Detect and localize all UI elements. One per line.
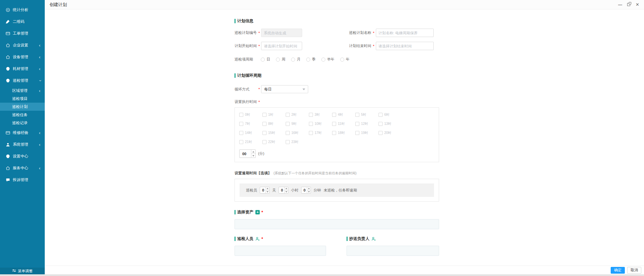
section-loop-cycle: 计划循环周期 <box>235 73 439 78</box>
menu-adjust-button[interactable]: 菜单调整 <box>0 268 45 274</box>
hour-checkbox-22[interactable]: 22时 <box>262 140 286 144</box>
cycle-radio-week[interactable]: 周 <box>276 57 285 62</box>
person-add-icon[interactable] <box>371 237 376 241</box>
sidebar-item-area-mgmt[interactable]: 区域管理 ‹ <box>0 87 45 95</box>
sidebar-item-service-center[interactable]: 服务中心 ‹ <box>0 162 45 174</box>
section-title: 巡检人员 <box>237 236 253 242</box>
end-time-input[interactable] <box>376 42 434 50</box>
sidebar-item-inspection[interactable]: 巡检管理 ‹ <box>0 75 45 87</box>
hour-checkbox-9[interactable]: 9时 <box>286 122 309 126</box>
sidebar-item-complaints[interactable]: 投诉管理 <box>0 174 45 186</box>
hour-checkbox-15[interactable]: 15时 <box>262 131 286 135</box>
minute-input[interactable] <box>240 150 251 158</box>
stepper-up-button[interactable] <box>251 150 255 153</box>
cycle-radio-year[interactable]: 年 <box>340 57 350 62</box>
sidebar-item-inspection-task[interactable]: 巡检任务 <box>0 111 45 119</box>
hour-checkbox-19[interactable]: 19时 <box>355 131 379 135</box>
hour-checkbox-16[interactable]: 16时 <box>286 131 309 135</box>
checkbox-icon <box>262 113 266 117</box>
overdue-minute-input[interactable] <box>301 187 307 193</box>
minimize-button[interactable]: — <box>618 3 622 7</box>
cycle-radio-month[interactable]: 月 <box>291 57 300 62</box>
checkbox-icon <box>286 140 290 144</box>
person-add-icon[interactable] <box>255 237 260 241</box>
field-plan-name: 巡检计划名称 * <box>349 29 433 37</box>
sidebar-item-enterprise[interactable]: 企业设置 ‹ <box>0 39 45 51</box>
hour-checkbox-10[interactable]: 10时 <box>309 122 332 126</box>
asset-picker-box[interactable] <box>235 219 439 229</box>
hour-checkbox-0[interactable]: 0时 <box>239 112 262 117</box>
chevron-left-icon: ‹ <box>39 43 40 47</box>
required-mark: * <box>373 44 374 48</box>
checkbox-icon <box>309 122 313 126</box>
sidebar-item-inspection-plan[interactable]: 巡检计划 <box>0 103 45 111</box>
overdue-prefix: 巡检员 <box>246 188 257 193</box>
overdue-hour-stepper <box>279 187 288 194</box>
hour-checkbox-2[interactable]: 2时 <box>286 112 309 117</box>
hour-checkbox-17[interactable]: 17时 <box>309 131 332 135</box>
radio-circle-icon <box>261 58 265 62</box>
plan-no-input[interactable] <box>261 29 302 37</box>
minute-unit: (分) <box>258 151 264 156</box>
start-time-input[interactable] <box>261 42 302 50</box>
add-asset-button[interactable]: + <box>255 210 260 214</box>
hour-checkbox-12[interactable]: 12时 <box>355 122 379 126</box>
sidebar-item-label: 二维码 <box>13 19 25 24</box>
pen-icon <box>6 20 10 24</box>
loop-mode-select[interactable]: 每日 <box>261 85 308 93</box>
stepper-up-button[interactable] <box>266 187 269 190</box>
sidebar-item-inspection-record[interactable]: 巡检记录 <box>0 119 45 127</box>
overdue-hour-input[interactable] <box>279 187 284 193</box>
sidebar-item-repair-exp[interactable]: 维修经验 ‹ <box>0 127 45 139</box>
stepper-down-button[interactable] <box>285 190 288 194</box>
sidebar-item-stats[interactable]: 统计分析 <box>0 4 45 16</box>
hour-checkbox-11[interactable]: 11时 <box>332 122 355 126</box>
checkbox-icon <box>286 131 290 135</box>
hour-checkbox-8[interactable]: 8时 <box>262 122 286 126</box>
hour-checkbox-4[interactable]: 4时 <box>332 112 355 117</box>
cycle-radio-day[interactable]: 日 <box>261 57 270 62</box>
overdue-hint: (系统默认下一个任务的开始时间是当前任务的逾期时间) <box>274 171 357 176</box>
cc-picker-box[interactable] <box>347 246 439 256</box>
hour-checkbox-23[interactable]: 23时 <box>286 140 309 144</box>
sidebar-item-inspection-project[interactable]: 巡检项目 <box>0 95 45 103</box>
sidebar-item-settings-center[interactable]: 设置中心 <box>0 150 45 162</box>
hour-checkbox-18[interactable]: 18时 <box>332 131 355 135</box>
sidebar-item-workorder[interactable]: 工单管理 <box>0 28 45 39</box>
hour-checkbox-13[interactable]: 13时 <box>379 122 402 126</box>
stepper-down-button[interactable] <box>266 190 269 194</box>
cycle-radio-halfyear[interactable]: 半年 <box>321 57 334 62</box>
stepper-down-button[interactable] <box>251 153 255 158</box>
inspector-picker-box[interactable] <box>235 246 326 256</box>
hour-checkbox-6[interactable]: 6时 <box>379 112 402 117</box>
sidebar-item-system[interactable]: 系统管理 ‹ <box>0 139 45 150</box>
required-mark: * <box>373 31 374 35</box>
github-icon <box>6 154 10 159</box>
confirm-button[interactable]: 确定 <box>611 267 625 274</box>
hour-checkbox-5[interactable]: 5时 <box>355 112 379 117</box>
sidebar-item-qrcode[interactable]: 二维码 <box>0 16 45 28</box>
caret-up-icon <box>252 151 254 152</box>
hour-checkbox-1[interactable]: 1时 <box>262 112 286 117</box>
close-button[interactable]: ✕ <box>636 2 639 7</box>
plan-name-input[interactable] <box>376 29 434 37</box>
hour-checkbox-14[interactable]: 14时 <box>239 131 262 135</box>
overdue-day-input[interactable] <box>260 187 265 193</box>
hour-checkbox-21[interactable]: 21时 <box>239 140 262 144</box>
stepper-up-button[interactable] <box>285 187 288 190</box>
hour-checkbox-7[interactable]: 7时 <box>239 122 262 126</box>
stepper-up-button[interactable] <box>307 187 311 190</box>
hour-checkbox-3[interactable]: 3时 <box>309 112 332 117</box>
maximize-button[interactable] <box>627 3 630 7</box>
dialog-titlebar: 创建计划 — ✕ <box>45 0 644 9</box>
hour-checkbox-20[interactable]: 20时 <box>379 131 402 135</box>
cancel-button[interactable]: 取消 <box>627 267 641 274</box>
cycle-radio-quarter[interactable]: 季 <box>306 57 316 62</box>
overdue-hour-unit: 小时 <box>291 188 298 193</box>
caret-down-icon <box>308 191 310 193</box>
sidebar-item-consumables[interactable]: 耗材管理 ‹ <box>0 63 45 75</box>
plan-name-label: 巡检计划名称 <box>349 30 371 35</box>
menu-adjust-label: 菜单调整 <box>18 269 33 274</box>
sidebar-item-devices[interactable]: 设备管理 ‹ <box>0 51 45 63</box>
stepper-down-button[interactable] <box>307 190 311 194</box>
